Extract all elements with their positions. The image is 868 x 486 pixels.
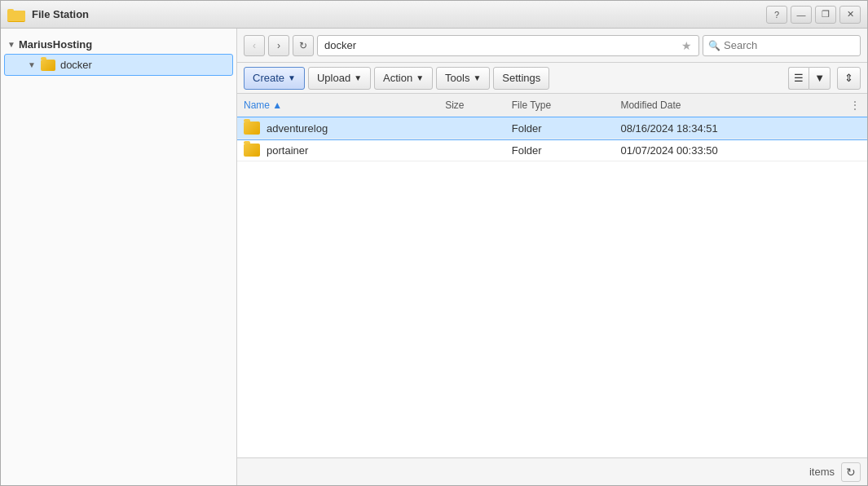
file-name-cell-1: portainer	[237, 139, 438, 161]
col-more[interactable]: ⋮	[843, 94, 867, 117]
col-modified[interactable]: Modified Date	[614, 94, 843, 117]
file-table-body: adventurelog Folder 08/16/2024 18:34:51 …	[237, 117, 867, 161]
col-modified-label: Modified Date	[620, 99, 681, 111]
file-type-0: Folder	[505, 117, 615, 139]
svg-rect-2	[7, 12, 25, 21]
col-type-label: File Type	[512, 99, 551, 111]
back-button[interactable]: ‹	[244, 35, 265, 56]
sort-button[interactable]: ⇕	[837, 67, 861, 90]
file-more-0	[843, 117, 867, 139]
folder-icon-0	[244, 122, 260, 135]
search-input[interactable]	[724, 39, 830, 51]
file-table: Name ▲ Size File Type Modified Date	[237, 94, 867, 161]
file-more-1	[843, 139, 867, 161]
tools-button[interactable]: Tools ▼	[436, 67, 490, 90]
sidebar-root[interactable]: ▼ MariusHosting	[1, 35, 236, 54]
list-view-button[interactable]: ☰	[788, 67, 809, 90]
action-label: Action	[383, 72, 412, 84]
restore-button[interactable]: ❐	[815, 6, 836, 24]
forward-button[interactable]: ›	[268, 35, 289, 56]
window-title: File Station	[32, 8, 760, 20]
path-bar: docker ★	[317, 35, 699, 56]
settings-button[interactable]: Settings	[493, 67, 549, 90]
main-content: ‹ › ↻ docker ★ 🔍 Create ▼ U	[237, 29, 867, 485]
file-station-window: File Station ? — ❐ ✕ ▼ MariusHosting ▼ d…	[0, 0, 868, 486]
create-arrow-icon: ▼	[288, 73, 296, 82]
status-bar: items ↻	[237, 457, 867, 485]
status-refresh-button[interactable]: ↻	[841, 462, 861, 482]
more-columns-icon: ⋮	[849, 99, 861, 112]
create-label: Create	[253, 72, 284, 84]
file-name-cell-0: adventurelog	[237, 117, 438, 139]
search-icon: 🔍	[708, 40, 720, 51]
tree-toggle-icon: ▼	[7, 40, 15, 49]
window-controls: ? — ❐ ✕	[766, 6, 861, 24]
upload-label: Upload	[317, 72, 350, 84]
help-button[interactable]: ?	[766, 6, 787, 24]
items-label: items	[809, 466, 835, 478]
window-body: ▼ MariusHosting ▼ docker ‹ › ↻ docker ★	[1, 29, 867, 485]
file-modified-1: 01/07/2024 00:33:50	[614, 139, 843, 161]
sidebar: ▼ MariusHosting ▼ docker	[1, 29, 237, 485]
close-button[interactable]: ✕	[839, 6, 861, 24]
refresh-nav-button[interactable]: ↻	[293, 35, 314, 56]
table-row[interactable]: portainer Folder 01/07/2024 00:33:50	[237, 139, 867, 161]
title-bar: File Station ? — ❐ ✕	[1, 1, 867, 29]
file-size-1	[438, 139, 505, 161]
action-button[interactable]: Action ▼	[374, 67, 433, 90]
file-name-0: adventurelog	[267, 122, 328, 135]
file-table-header: Name ▲ Size File Type Modified Date	[237, 94, 867, 117]
action-toolbar: Create ▼ Upload ▼ Action ▼ Tools ▼ Setti…	[237, 63, 867, 94]
create-button[interactable]: Create ▼	[244, 67, 305, 90]
action-arrow-icon: ▼	[416, 73, 424, 82]
sidebar-tree: ▼ MariusHosting ▼ docker	[1, 29, 236, 82]
sidebar-item-docker[interactable]: ▼ docker	[4, 54, 233, 76]
search-box[interactable]: 🔍	[703, 35, 861, 56]
docker-toggle-icon: ▼	[28, 60, 36, 69]
path-star-icon[interactable]: ★	[681, 39, 692, 52]
col-size[interactable]: Size	[438, 94, 505, 117]
svg-rect-3	[7, 9, 14, 13]
minimize-button[interactable]: —	[791, 6, 812, 24]
tools-arrow-icon: ▼	[473, 73, 481, 82]
sidebar-root-label: MariusHosting	[19, 38, 92, 51]
sidebar-item-label-docker: docker	[60, 59, 92, 71]
view-btn-group: ☰ ▼	[788, 67, 831, 90]
path-toolbar: ‹ › ↻ docker ★ 🔍	[237, 29, 867, 63]
file-modified-0: 08/16/2024 18:34:51	[614, 117, 843, 139]
col-name-label: Name ▲	[244, 99, 282, 111]
upload-button[interactable]: Upload ▼	[308, 67, 371, 90]
path-text: docker	[324, 39, 681, 51]
file-list: Name ▲ Size File Type Modified Date	[237, 94, 867, 457]
file-type-1: Folder	[505, 139, 615, 161]
col-type[interactable]: File Type	[505, 94, 615, 117]
table-row[interactable]: adventurelog Folder 08/16/2024 18:34:51	[237, 117, 867, 139]
folder-icon-1	[244, 144, 260, 157]
col-name[interactable]: Name ▲	[237, 94, 438, 117]
tools-label: Tools	[445, 72, 469, 84]
settings-label: Settings	[502, 72, 540, 84]
upload-arrow-icon: ▼	[354, 73, 362, 82]
file-size-0	[438, 117, 505, 139]
file-name-1: portainer	[267, 144, 308, 157]
app-icon	[7, 6, 25, 24]
list-view-dropdown-button[interactable]: ▼	[809, 67, 831, 90]
docker-folder-icon	[41, 60, 55, 71]
col-size-label: Size	[445, 99, 464, 111]
